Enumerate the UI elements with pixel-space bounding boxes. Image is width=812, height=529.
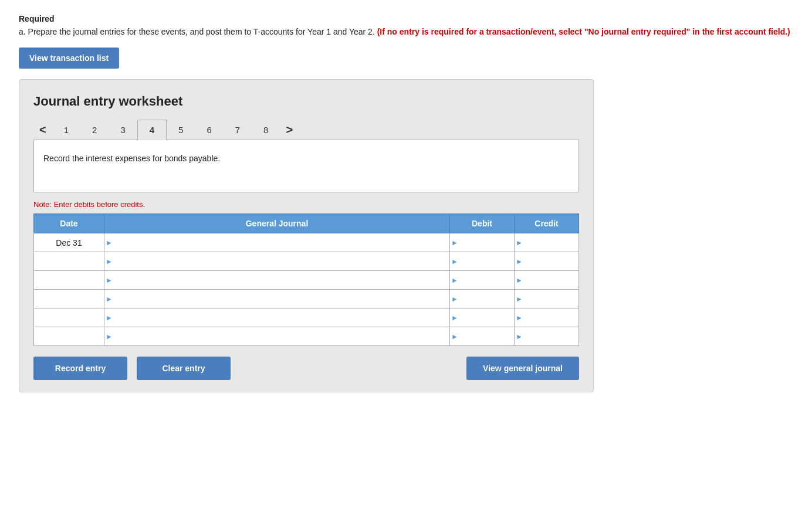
tab-7[interactable]: 7 xyxy=(224,120,252,140)
date-cell-3 xyxy=(34,271,104,290)
instruction-text: a. Prepare the journal entries for these… xyxy=(19,26,793,38)
entry-arrow-6: ► xyxy=(106,333,113,341)
table-row: ► ► ► xyxy=(34,327,579,346)
table-row: ► ► ► xyxy=(34,308,579,327)
credit-cell-5: ► xyxy=(515,308,579,327)
journal-input-6[interactable] xyxy=(109,327,449,345)
next-tab-arrow[interactable]: > xyxy=(280,120,299,140)
journal-cell-3: ► xyxy=(104,271,450,290)
table-row: ► ► ► xyxy=(34,252,579,271)
tab-2[interactable]: 2 xyxy=(80,120,109,140)
journal-cell-5: ► xyxy=(104,308,450,327)
journal-cell-1: ► xyxy=(104,233,450,252)
credit-input-5[interactable] xyxy=(519,308,578,327)
journal-input-3[interactable] xyxy=(109,271,449,289)
journal-input-2[interactable] xyxy=(109,252,449,270)
entry-arrow-5: ► xyxy=(106,314,113,322)
tab-4[interactable]: 4 xyxy=(137,120,167,140)
debit-arrow-5: ► xyxy=(451,314,458,322)
tab-8[interactable]: 8 xyxy=(252,120,280,140)
table-row: ► ► ► xyxy=(34,290,579,308)
credit-input-2[interactable] xyxy=(519,252,578,270)
record-entry-button[interactable]: Record entry xyxy=(33,357,127,380)
col-header-journal: General Journal xyxy=(104,214,450,233)
debit-arrow-6: ► xyxy=(451,333,458,341)
credit-cell-6: ► xyxy=(515,327,579,346)
date-cell-1: Dec 31 xyxy=(34,233,104,252)
credit-arrow-3: ► xyxy=(516,276,523,284)
entry-arrow-3: ► xyxy=(106,276,113,284)
tab-3[interactable]: 3 xyxy=(109,120,137,140)
credit-cell-3: ► xyxy=(515,271,579,290)
credit-cell-4: ► xyxy=(515,290,579,308)
entry-arrow-1: ► xyxy=(106,239,113,247)
note-text: Note: Enter debits before credits. xyxy=(33,200,579,209)
entry-arrow-4: ► xyxy=(106,295,113,303)
clear-entry-button[interactable]: Clear entry xyxy=(137,357,231,380)
debit-arrow-4: ► xyxy=(451,295,458,303)
credit-arrow-4: ► xyxy=(516,295,523,303)
worksheet-title: Journal entry worksheet xyxy=(33,94,579,109)
col-header-date: Date xyxy=(34,214,104,233)
credit-input-6[interactable] xyxy=(519,327,578,345)
credit-arrow-6: ► xyxy=(516,333,523,341)
debit-cell-6: ► xyxy=(450,327,515,346)
view-general-journal-button[interactable]: View general journal xyxy=(466,357,579,380)
debit-input-4[interactable] xyxy=(455,290,514,308)
credit-cell-1: ► xyxy=(515,233,579,252)
debit-arrow-1: ► xyxy=(451,239,458,247)
view-transaction-button[interactable]: View transaction list xyxy=(19,48,119,69)
journal-table: Date General Journal Debit Credit Dec 31… xyxy=(33,213,579,346)
credit-arrow-5: ► xyxy=(516,314,523,322)
debit-input-5[interactable] xyxy=(455,308,514,327)
credit-arrow-1: ► xyxy=(516,239,523,247)
worksheet-container: Journal entry worksheet < 1 2 3 4 5 6 7 … xyxy=(19,79,594,392)
date-cell-5 xyxy=(34,308,104,327)
debit-cell-2: ► xyxy=(450,252,515,271)
journal-input-4[interactable] xyxy=(109,290,449,308)
credit-cell-2: ► xyxy=(515,252,579,271)
debit-input-6[interactable] xyxy=(455,327,514,345)
credit-arrow-2: ► xyxy=(516,257,523,266)
debit-cell-3: ► xyxy=(450,271,515,290)
buttons-row: Record entry Clear entry View general jo… xyxy=(33,357,579,380)
table-row: ► ► ► xyxy=(34,271,579,290)
date-cell-2 xyxy=(34,252,104,271)
instruction-red-note: (If no entry is required for a transacti… xyxy=(377,27,790,36)
journal-input-5[interactable] xyxy=(109,308,449,327)
tab-navigation: < 1 2 3 4 5 6 7 8 > xyxy=(33,120,579,140)
tab-6[interactable]: 6 xyxy=(195,120,223,140)
instruction-part-a: a. Prepare the journal entries for these… xyxy=(19,27,375,36)
debit-cell-1: ► xyxy=(450,233,515,252)
debit-input-1[interactable] xyxy=(455,233,514,252)
prev-tab-arrow[interactable]: < xyxy=(33,120,52,140)
tab-5[interactable]: 5 xyxy=(167,120,195,140)
journal-cell-4: ► xyxy=(104,290,450,308)
journal-input-1[interactable] xyxy=(109,233,449,252)
credit-input-4[interactable] xyxy=(519,290,578,308)
col-header-debit: Debit xyxy=(450,214,515,233)
debit-arrow-3: ► xyxy=(451,276,458,284)
col-header-credit: Credit xyxy=(515,214,579,233)
date-cell-4 xyxy=(34,290,104,308)
debit-arrow-2: ► xyxy=(451,257,458,266)
credit-input-3[interactable] xyxy=(519,271,578,289)
debit-cell-5: ► xyxy=(450,308,515,327)
date-cell-6 xyxy=(34,327,104,346)
debit-input-2[interactable] xyxy=(455,252,514,270)
debit-cell-4: ► xyxy=(450,290,515,308)
tab-1[interactable]: 1 xyxy=(52,120,80,140)
debit-input-3[interactable] xyxy=(455,271,514,289)
tab-content-area: Record the interest expenses for bonds p… xyxy=(33,140,579,192)
credit-input-1[interactable] xyxy=(519,233,578,252)
table-row: Dec 31 ► ► ► xyxy=(34,233,579,252)
entry-arrow-2: ► xyxy=(106,257,113,266)
tab-instruction: Record the interest expenses for bonds p… xyxy=(43,152,569,165)
journal-cell-6: ► xyxy=(104,327,450,346)
journal-cell-2: ► xyxy=(104,252,450,271)
required-label: Required xyxy=(19,14,793,23)
